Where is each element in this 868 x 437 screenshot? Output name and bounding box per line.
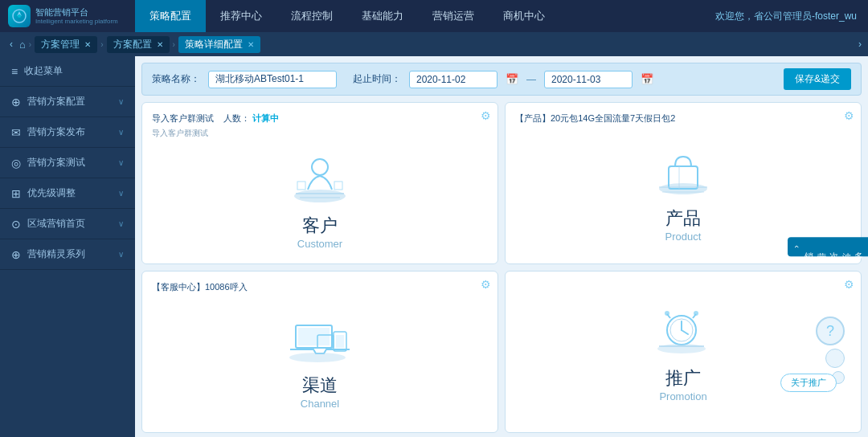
nav-item-business[interactable]: 商机中心	[489, 0, 559, 32]
customer-center: 客户 Customer	[152, 145, 488, 254]
sidebar-item-genie[interactable]: ⊕ 营销精灵系列 ∨	[0, 239, 135, 270]
breadcrumb-back-arrow[interactable]: ‹	[6, 39, 16, 50]
breadcrumb-close3[interactable]: ✕	[248, 40, 254, 49]
svg-point-2	[18, 14, 21, 18]
svg-rect-17	[336, 335, 344, 348]
svg-point-27	[694, 311, 698, 316]
customer-count-value: 计算中	[252, 113, 279, 123]
logo-area: 智能营销平台 Intelligent marketing platform	[0, 5, 135, 27]
svg-point-26	[665, 311, 669, 316]
content-area: 策略名称： 起止时间： 📅 — 📅 保存&递交 ⚙ 导入客户群测试 人数： 计算…	[135, 56, 868, 437]
nav-item-base[interactable]: 基础能力	[347, 0, 418, 32]
calendar-end-icon[interactable]: 📅	[641, 73, 653, 85]
genie-icon: ⊕	[11, 248, 21, 261]
product-icon-area	[651, 142, 715, 202]
save-submit-button[interactable]: 保存&递交	[784, 68, 851, 90]
promotion-title-en: Promotion	[659, 390, 706, 402]
region-icon: ⊙	[11, 218, 21, 231]
svg-point-19	[289, 353, 346, 362]
breadcrumb-close2[interactable]: ✕	[157, 40, 163, 49]
promotion-illustration	[651, 302, 715, 358]
sidebar-item-region-home[interactable]: ⊙ 区域营销首页 ∨	[0, 209, 135, 239]
date-label: 起止时间：	[353, 72, 401, 86]
nav-item-recommend[interactable]: 推荐中心	[206, 0, 276, 32]
channel-center: 渠道 Channel	[152, 296, 488, 423]
svg-rect-15	[298, 328, 330, 345]
breadcrumb-sep3: ›	[173, 40, 175, 49]
svg-rect-7	[297, 182, 305, 190]
customer-group-label: 导入客户群测试	[152, 113, 214, 123]
sidebar-item-marketing-test[interactable]: ◎ 营销方案测试 ∨	[0, 148, 135, 178]
svg-line-23	[682, 330, 688, 334]
customer-icon-area	[288, 149, 352, 209]
breadcrumb-sep2: ›	[100, 40, 103, 49]
breadcrumb-item-plan-config[interactable]: 方案配置 ✕	[107, 36, 170, 53]
bubble-small	[825, 349, 845, 368]
collapse-icon: ≡	[11, 65, 18, 78]
channel-label: 【客服中心】10086呼入	[152, 282, 248, 292]
chevron-down-icon3: ∨	[118, 158, 124, 167]
channel-gear-icon[interactable]: ⚙	[481, 278, 491, 291]
top-nav: 智能营销平台 Intelligent marketing platform 策略…	[0, 0, 868, 32]
product-illustration	[651, 142, 715, 198]
customer-title-cn: 客户	[302, 214, 338, 238]
breadcrumb-close1[interactable]: ✕	[84, 40, 91, 49]
customer-count-label: 人数：	[223, 113, 250, 123]
priority-icon: ⊞	[11, 187, 21, 200]
quadrant-channel: ⚙ 【客服中心】10086呼入	[141, 271, 498, 433]
customer-illustration	[288, 149, 352, 206]
chevron-down-icon: ∨	[118, 97, 124, 106]
chevron-down-icon5: ∨	[118, 219, 124, 228]
channel-top-info: 【客服中心】10086呼入	[152, 281, 488, 293]
breadcrumb-end-arrow[interactable]: ›	[858, 39, 862, 50]
breadcrumb-sep1: ›	[29, 40, 31, 49]
customer-top-info: 导入客户群测试 人数： 计算中	[152, 112, 488, 125]
customer-sub-text: 导入客户群测试	[152, 128, 488, 139]
multi-wave-tab[interactable]: 多波次营销‹	[788, 237, 868, 256]
promotion-center: 推广 Promotion	[515, 281, 851, 423]
date-end-input[interactable]	[544, 71, 633, 88]
nav-item-marketing[interactable]: 营销运营	[418, 0, 489, 32]
sidebar-item-priority[interactable]: ⊞ 优先级调整 ∨	[0, 178, 135, 209]
nav-item-strategy[interactable]: 策略配置	[135, 0, 206, 32]
customer-title-en: Customer	[297, 238, 342, 250]
strategy-name-input[interactable]	[208, 71, 337, 88]
breadcrumb-home[interactable]: ⌂	[19, 39, 26, 51]
nav-item-flow[interactable]: 流程控制	[276, 0, 347, 32]
product-center: 产品 Product	[515, 131, 851, 254]
product-title-cn: 产品	[665, 206, 701, 231]
sidebar-item-marketing-config[interactable]: ⊕ 营销方案配置 ∨	[0, 87, 135, 117]
customer-gear-icon[interactable]: ⚙	[481, 109, 491, 122]
sidebar-item-marketing-publish[interactable]: ✉ 营销方案发布 ∨	[0, 117, 135, 148]
marketing-config-icon: ⊕	[11, 96, 21, 108]
about-promotion-button[interactable]: 关于推广	[780, 374, 837, 392]
breadcrumb-item-strategy-detail[interactable]: 策略详细配置 ✕	[178, 36, 260, 53]
svg-point-4	[312, 159, 328, 175]
svg-point-28	[657, 344, 706, 353]
strategy-form: 策略名称： 起止时间： 📅 — 📅 保存&递交	[141, 63, 862, 96]
sidebar-item-collapse[interactable]: ≡ 收起菜单	[0, 56, 135, 87]
promotion-gear-icon[interactable]: ⚙	[844, 278, 854, 291]
date-start-input[interactable]	[409, 71, 497, 88]
question-bubble: ?	[816, 317, 845, 345]
calendar-start-icon[interactable]: 📅	[506, 73, 518, 85]
quadrant-customer: ⚙ 导入客户群测试 人数： 计算中 导入客户群测试	[141, 102, 498, 264]
product-gear-icon[interactable]: ⚙	[844, 109, 854, 122]
date-separator: —	[526, 74, 536, 85]
strategy-name-label: 策略名称：	[152, 72, 200, 86]
main-layout: ≡ 收起菜单 ⊕ 营销方案配置 ∨ ✉ 营销方案发布 ∨ ◎ 营销方案测试 ∨	[0, 56, 868, 437]
chevron-down-icon2: ∨	[118, 128, 124, 137]
quadrant-promotion: ⚙	[505, 271, 862, 433]
quadrant-grid: ⚙ 导入客户群测试 人数： 计算中 导入客户群测试	[141, 102, 862, 433]
svg-rect-8	[334, 182, 342, 190]
channel-icon-area	[284, 309, 356, 369]
channel-title-en: Channel	[301, 398, 339, 410]
promotion-title-cn: 推广	[665, 366, 701, 390]
nav-items: 策略配置 推荐中心 流程控制 基础能力 营销运营 商机中心	[135, 0, 715, 32]
svg-point-3	[294, 190, 346, 202]
publish-icon: ✉	[11, 126, 21, 139]
chevron-down-icon6: ∨	[118, 250, 124, 259]
product-desc: 【产品】20元包14G全国流量7天假日包2	[515, 112, 851, 125]
test-icon: ◎	[11, 157, 21, 169]
breadcrumb-item-plan-manage[interactable]: 方案管理 ✕	[35, 36, 97, 53]
